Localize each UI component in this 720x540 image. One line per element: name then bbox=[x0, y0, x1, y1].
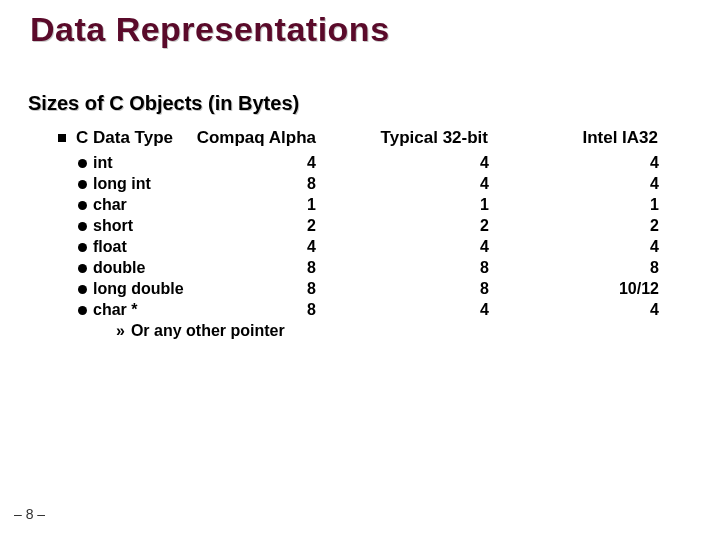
table-row: char * 8 4 4 bbox=[78, 299, 690, 320]
cell-32bit: 8 bbox=[316, 278, 489, 299]
cell-alpha: 4 bbox=[78, 236, 316, 257]
cell-32bit: 4 bbox=[316, 236, 489, 257]
cell-32bit: 4 bbox=[316, 173, 489, 194]
cell-32bit: 4 bbox=[316, 152, 489, 173]
cell-ia32: 2 bbox=[489, 215, 659, 236]
cell-alpha: 1 bbox=[78, 194, 316, 215]
header-alpha: Compaq Alpha bbox=[186, 128, 316, 148]
page-number: – 8 – bbox=[14, 506, 45, 522]
table-row: char 1 1 1 bbox=[78, 194, 690, 215]
table-row: double 8 8 8 bbox=[78, 257, 690, 278]
cell-ia32: 4 bbox=[489, 236, 659, 257]
table-row: int 4 4 4 bbox=[78, 152, 690, 173]
footnote-text: Or any other pointer bbox=[131, 322, 285, 339]
cell-ia32: 8 bbox=[489, 257, 659, 278]
cell-alpha: 8 bbox=[78, 299, 316, 320]
cell-32bit: 2 bbox=[316, 215, 489, 236]
cell-ia32: 4 bbox=[489, 173, 659, 194]
header-ia32: Intel IA32 bbox=[548, 128, 658, 148]
cell-ia32: 4 bbox=[489, 299, 659, 320]
table-row: short 2 2 2 bbox=[78, 215, 690, 236]
raquo-icon: » bbox=[116, 322, 125, 339]
table-row: long double 8 8 10/12 bbox=[78, 278, 690, 299]
table-row: float 4 4 4 bbox=[78, 236, 690, 257]
cell-32bit: 4 bbox=[316, 299, 489, 320]
cell-32bit: 1 bbox=[316, 194, 489, 215]
slide-subtitle: Sizes of C Objects (in Bytes) bbox=[28, 92, 299, 115]
cell-alpha: 8 bbox=[78, 173, 316, 194]
table-body: int 4 4 4 long int 8 4 4 char 1 1 1 shor… bbox=[78, 152, 690, 341]
square-bullet-icon bbox=[58, 134, 66, 142]
cell-ia32: 10/12 bbox=[489, 278, 659, 299]
header-32bit: Typical 32-bit bbox=[368, 128, 488, 148]
table-row: long int 8 4 4 bbox=[78, 173, 690, 194]
cell-alpha: 4 bbox=[78, 152, 316, 173]
table-header: C Data Type Compaq Alpha Typical 32-bit … bbox=[58, 128, 690, 148]
cell-32bit: 8 bbox=[316, 257, 489, 278]
footnote-row: »Or any other pointer bbox=[116, 320, 720, 341]
slide-title: Data Representations bbox=[30, 10, 390, 49]
cell-alpha: 8 bbox=[78, 278, 316, 299]
cell-alpha: 2 bbox=[78, 215, 316, 236]
cell-alpha: 8 bbox=[78, 257, 316, 278]
cell-ia32: 4 bbox=[489, 152, 659, 173]
cell-ia32: 1 bbox=[489, 194, 659, 215]
